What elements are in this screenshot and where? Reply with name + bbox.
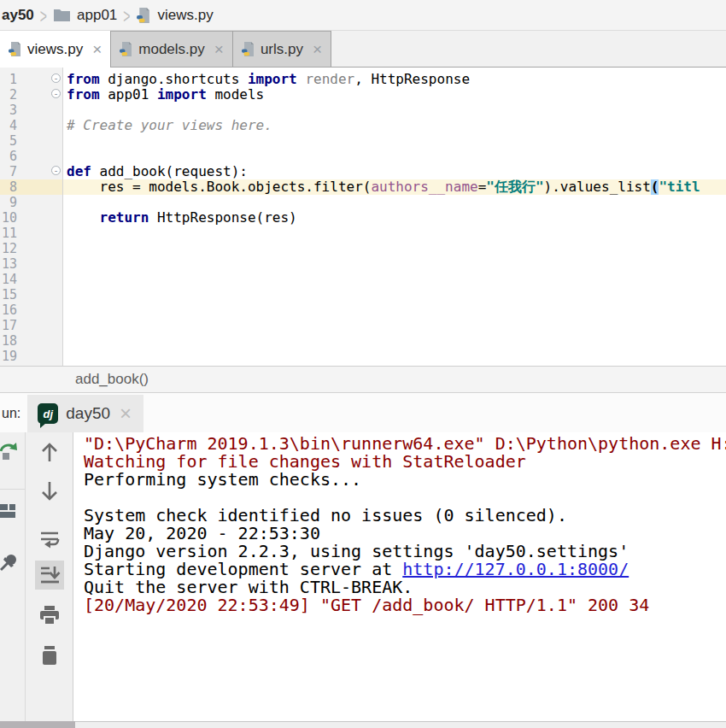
code-line[interactable]: 2-from app01 import models	[0, 87, 726, 103]
gutter-line-number[interactable]: 15	[0, 287, 63, 302]
soft-wrap-toggle[interactable]	[38, 528, 61, 550]
code-line[interactable]: 7-def add_book(request):	[0, 164, 726, 179]
code-token: return	[100, 210, 157, 226]
python-file-icon	[241, 42, 255, 56]
tab-label: views.py	[27, 41, 83, 58]
code-line[interactable]: 1-from django.shortcuts import render, H…	[0, 72, 726, 87]
up-stack-trace-button[interactable]	[38, 439, 61, 465]
close-icon[interactable]: ×	[313, 40, 322, 59]
code-editor[interactable]: 1-from django.shortcuts import render, H…	[0, 68, 726, 366]
pycharm-window: ay50 > app01 > views.py	[0, 0, 726, 728]
code-token	[67, 210, 100, 226]
code-token: models	[214, 87, 264, 103]
code-token: HttpResponse(res)	[157, 210, 297, 226]
gutter-line-number[interactable]: 7-	[0, 164, 63, 179]
breadcrumb: ay50 > app01 > views.py	[0, 0, 726, 31]
gutter-line-number[interactable]: 8	[0, 179, 63, 195]
code-line[interactable]: 16	[0, 302, 726, 318]
close-icon[interactable]: ×	[92, 40, 102, 59]
gutter-line-number[interactable]: 17	[0, 318, 63, 333]
scroll-to-end-toggle[interactable]	[35, 561, 64, 590]
code-token: ).values_list	[544, 179, 651, 195]
code-line[interactable]: 19	[0, 349, 726, 364]
gutter-line-number[interactable]: 10	[0, 210, 63, 226]
code-line[interactable]: 17	[0, 318, 726, 333]
print-button[interactable]	[38, 604, 61, 628]
console-line: Watching for file changes with StatReloa…	[84, 453, 726, 471]
context-function[interactable]: add_book()	[75, 371, 149, 388]
clear-all-button[interactable]	[38, 643, 61, 667]
python-file-icon	[136, 8, 151, 23]
tab-urls-py[interactable]: urls.py ×	[233, 31, 331, 67]
chevron-right-icon: >	[123, 3, 130, 26]
gutter-line-number[interactable]: 9	[0, 195, 63, 210]
gutter-line-number[interactable]: 1-	[0, 72, 63, 87]
code-line[interactable]: 12	[0, 241, 726, 256]
code-token: , HttpResponse	[354, 72, 470, 87]
console-line: Starting development server at http://12…	[84, 561, 726, 578]
fold-marker-icon[interactable]: -	[51, 166, 61, 175]
close-icon[interactable]: ×	[214, 40, 224, 59]
code-line[interactable]: 11	[0, 226, 726, 241]
code-token: import	[157, 87, 214, 103]
code-line[interactable]: 5	[0, 133, 726, 149]
console-line: "D:\PyCharm 2019.1.3\bin\runnerw64.exe" …	[84, 435, 726, 453]
fold-marker-icon[interactable]: -	[51, 89, 61, 98]
python-file-icon	[8, 42, 22, 56]
code-line[interactable]: 9	[0, 195, 726, 210]
run-tool-window: "D:\PyCharm 2019.1.3\bin\runnerw64.exe" …	[0, 432, 726, 721]
run-tool-window-header: un: dj day50 ×	[0, 392, 726, 432]
code-line[interactable]: 4# Create your views here.	[0, 118, 726, 133]
console-text: Performing system checks...	[84, 469, 361, 490]
run-console[interactable]: "D:\PyCharm 2019.1.3\bin\runnerw64.exe" …	[73, 432, 726, 721]
run-tab-day50[interactable]: dj day50 ×	[27, 395, 143, 432]
gutter-line-number[interactable]: 3	[0, 103, 63, 118]
python-file-icon	[119, 42, 133, 56]
gutter-line-number[interactable]: 14	[0, 272, 63, 287]
console-line: Django version 2.2.3, using settings 'da…	[84, 543, 726, 561]
code-line[interactable]: 6	[0, 149, 726, 164]
code-line[interactable]: 14	[0, 272, 726, 287]
close-icon[interactable]: ×	[120, 402, 132, 426]
scrollbar-thumb[interactable]	[0, 721, 75, 728]
gutter-line-number[interactable]: 19	[0, 349, 63, 364]
code-line[interactable]: 15	[0, 287, 726, 302]
chevron-right-icon: >	[40, 3, 47, 26]
code-line[interactable]: 10 return HttpResponse(res)	[0, 210, 726, 226]
gutter-line-number[interactable]: 4	[0, 118, 63, 133]
console-link[interactable]: http://127.0.0.1:8000/	[402, 559, 629, 579]
pin-tab-button[interactable]	[0, 551, 20, 573]
breadcrumb-package[interactable]: app01	[77, 7, 117, 24]
code-line[interactable]: 18	[0, 333, 726, 349]
gutter-line-number[interactable]: 5	[0, 133, 63, 149]
code-line[interactable]: 8 res = models.Book.objects.filter(autho…	[0, 179, 726, 195]
gutter-line-number[interactable]: 16	[0, 302, 63, 318]
rerun-button[interactable]	[0, 441, 20, 461]
gutter-line-number[interactable]: 18	[0, 333, 63, 349]
django-icon: dj	[38, 403, 58, 424]
console-line: May 20, 2020 - 22:53:30	[84, 525, 726, 543]
gutter-line-number[interactable]: 12	[0, 241, 63, 256]
breadcrumb-file[interactable]: views.py	[157, 7, 213, 24]
fold-marker-icon[interactable]: -	[51, 73, 61, 83]
restore-layout-button[interactable]	[0, 502, 18, 520]
gutter-line-number[interactable]: 6	[0, 149, 63, 164]
code-token: res = models.Book.objects.filter(	[67, 179, 371, 195]
code-token: (	[651, 179, 659, 195]
code-line[interactable]: 13	[0, 256, 726, 272]
folder-icon	[53, 8, 71, 22]
tab-models-py[interactable]: models.py ×	[111, 31, 233, 67]
code-token: "titl	[659, 179, 700, 195]
tab-label: models.py	[138, 41, 204, 58]
breadcrumb-project[interactable]: ay50	[2, 7, 34, 24]
down-stack-trace-button[interactable]	[38, 478, 61, 504]
code-token: from	[67, 72, 108, 87]
gutter-line-number[interactable]: 11	[0, 226, 63, 241]
gutter-line-number[interactable]: 2-	[0, 87, 63, 103]
gutter-line-number[interactable]: 13	[0, 256, 63, 272]
code-token: "任我行"	[486, 179, 543, 195]
tab-views-py[interactable]: views.py ×	[0, 31, 111, 68]
code-line[interactable]: 3	[0, 103, 726, 118]
console-line: System check identified no issues (0 sil…	[84, 507, 726, 525]
tab-label: urls.py	[261, 41, 303, 58]
